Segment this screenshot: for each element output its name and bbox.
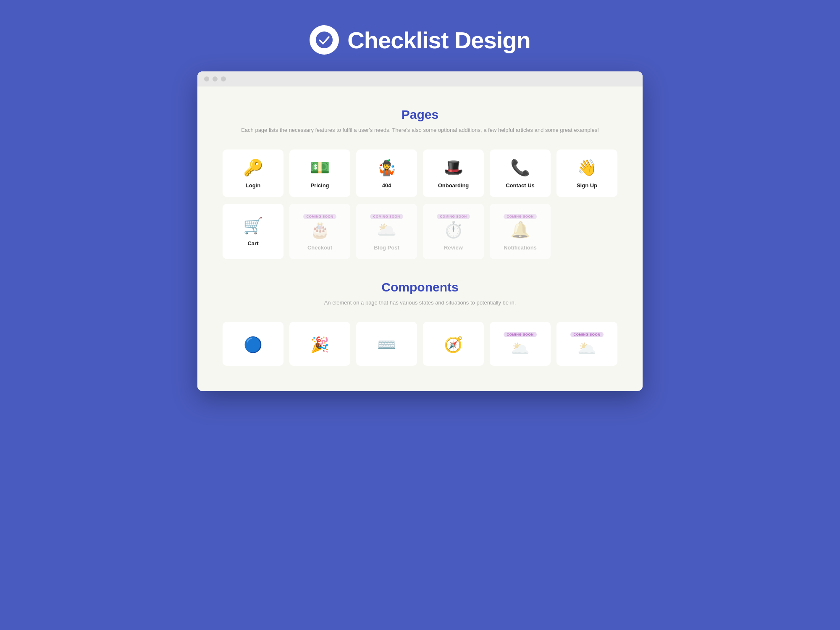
page-card-contact-us[interactable]: 📞 Contact Us [490,150,551,197]
notifications-label: Notifications [504,244,537,251]
browser-bar [197,71,643,87]
page-card-404[interactable]: 🤹 404 [356,150,417,197]
page-card-login[interactable]: 🔑 Login [223,150,284,197]
pages-grid-row2: 🛒 Cart COMING SOON 🎂 Checkout COMING SOO… [223,204,617,259]
component-card-party[interactable]: 🎉 [289,322,350,366]
sign-up-icon: 👋 [577,160,597,176]
browser-dot-red [204,76,209,81]
comp6-coming-soon-badge: COMING SOON [570,332,603,337]
comp5-coming-soon-badge: COMING SOON [504,332,536,337]
checkout-coming-soon-badge: COMING SOON [303,214,336,219]
onboarding-icon: 🎩 [444,160,463,176]
page-card-pricing[interactable]: 💵 Pricing [289,150,350,197]
checkout-icon-wrapper: COMING SOON 🎂 [303,214,336,238]
notifications-coming-soon-badge: COMING SOON [504,214,536,219]
browser-content: Pages Each page lists the necessary feat… [197,87,643,391]
browser-dot-yellow [213,76,218,81]
checkmark-icon [316,32,333,48]
blog-post-icon: 🌥️ [377,222,396,238]
hero-title: Checklist Design [347,26,530,54]
comp6-icon-wrapper: COMING SOON 🌥️ [570,332,603,357]
notifications-icon-wrapper: COMING SOON 🔔 [504,214,536,238]
hero-logo [310,25,339,55]
empty-card [556,204,617,259]
hero-section: Checklist Design [310,25,530,55]
checkout-icon: 🎂 [310,222,330,238]
components-grid: 🔵 🎉 ⌨️ 🧭 COMING SOON 🌥️ [223,322,617,366]
svg-point-0 [316,32,333,48]
cart-label: Cart [247,240,258,247]
components-subtitle: An element on a page that has various st… [223,299,617,307]
login-label: Login [246,182,260,189]
compass-icon: 🧭 [444,336,463,354]
browser-window: Pages Each page lists the necessary feat… [197,71,643,391]
review-coming-soon-badge: COMING SOON [437,214,470,219]
component-card-keyboard[interactable]: ⌨️ [356,322,417,366]
page-card-onboarding[interactable]: 🎩 Onboarding [423,150,484,197]
sign-up-label: Sign Up [577,182,597,189]
review-icon-wrapper: COMING SOON ⏱️ [437,214,470,238]
page-card-notifications[interactable]: COMING SOON 🔔 Notifications [490,204,551,259]
component-card-5[interactable]: COMING SOON 🌥️ [490,322,551,366]
page-card-blog-post[interactable]: COMING SOON 🌥️ Blog Post [356,204,417,259]
comp6-icon: 🌥️ [578,340,596,357]
page-card-sign-up[interactable]: 👋 Sign Up [556,150,617,197]
component-card-compass[interactable]: 🧭 [423,322,484,366]
notifications-icon: 🔔 [510,222,530,238]
pages-title: Pages [223,108,617,122]
comp5-icon: 🌥️ [511,340,530,357]
contact-us-icon: 📞 [510,160,530,176]
pages-grid-row1: 🔑 Login 💵 Pricing 🤹 404 🎩 Onboarding 📞 [223,150,617,197]
pricing-label: Pricing [310,182,329,189]
keyboard-icon: ⌨️ [377,336,396,354]
comp5-icon-wrapper: COMING SOON 🌥️ [504,332,536,357]
contact-us-label: Contact Us [506,182,535,189]
component-card-6[interactable]: COMING SOON 🌥️ [556,322,617,366]
404-label: 404 [382,182,391,189]
page-card-cart[interactable]: 🛒 Cart [223,204,284,259]
page-card-review[interactable]: COMING SOON ⏱️ Review [423,204,484,259]
blog-post-icon-wrapper: COMING SOON 🌥️ [370,214,403,238]
blog-post-label: Blog Post [374,244,399,251]
pages-section: Pages Each page lists the necessary feat… [223,108,617,259]
component-card-button[interactable]: 🔵 [223,322,284,366]
login-icon: 🔑 [243,160,263,176]
pages-subtitle: Each page lists the necessary features t… [223,126,617,134]
cart-icon: 🛒 [243,218,263,234]
components-title: Components [223,280,617,294]
button-icon: 🔵 [244,336,262,354]
blog-post-coming-soon-badge: COMING SOON [370,214,403,219]
404-icon: 🤹 [377,160,396,176]
page-card-checkout[interactable]: COMING SOON 🎂 Checkout [289,204,350,259]
review-icon: ⏱️ [444,222,463,238]
review-label: Review [444,244,463,251]
party-icon: 🎉 [310,336,329,354]
components-section: Components An element on a page that has… [223,280,617,366]
pricing-icon: 💵 [310,160,330,176]
browser-dot-green [221,76,226,81]
checkout-label: Checkout [307,244,332,251]
onboarding-label: Onboarding [438,182,469,189]
